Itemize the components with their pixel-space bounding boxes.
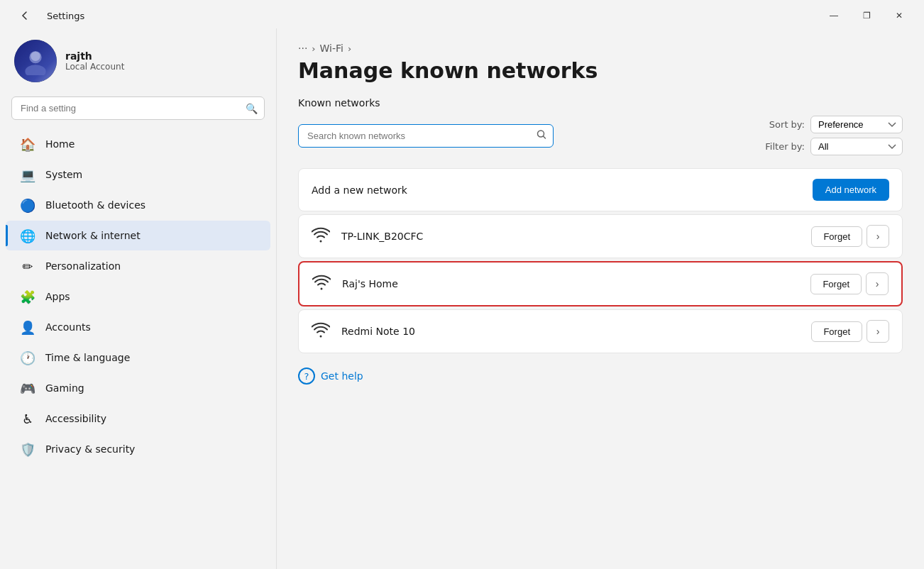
nav-icon-gaming: 🎮 [20, 380, 35, 396]
nav-label-privacy: Privacy & security [45, 443, 135, 455]
avatar-image [14, 40, 57, 82]
avatar[interactable] [14, 40, 57, 82]
get-help-icon: ? [298, 368, 315, 385]
nav-label-gaming: Gaming [45, 382, 84, 394]
chevron-button-tp-link[interactable]: › [867, 225, 889, 248]
forget-button-tp-link[interactable]: Forget [811, 226, 862, 247]
app-body: rajth Local Account 🔍 🏠 Home 💻 System 🔵 … [0, 28, 924, 569]
nav-label-network: Network & internet [45, 230, 141, 241]
titlebar: Settings — ❐ ✕ [0, 0, 924, 28]
chevron-button-redmi[interactable]: › [867, 320, 889, 343]
breadcrumb-ellipsis[interactable]: ··· [298, 43, 307, 54]
sidebar-search-box: 🔍 [11, 96, 265, 120]
svg-point-2 [31, 52, 40, 61]
window-controls: — ❐ ✕ [818, 4, 915, 27]
search-networks-box [298, 124, 554, 148]
profile-info: rajth Local Account [65, 50, 124, 72]
nav-icon-apps: 🧩 [20, 289, 35, 304]
nav-icon-personalization: ✏️ [20, 258, 35, 274]
nav-label-time: Time & language [45, 352, 130, 363]
sidebar-profile: rajth Local Account [0, 28, 276, 96]
sidebar-item-accessibility[interactable]: ♿ Accessibility [6, 404, 270, 433]
wifi-icon-redmi [312, 322, 330, 341]
nav-label-system: System [45, 169, 82, 180]
nav-icon-bluetooth: 🔵 [20, 197, 35, 213]
nav-icon-network: 🌐 [20, 228, 35, 243]
nav-icon-home: 🏠 [20, 136, 35, 152]
network-name-tp-link: TP-LINK_B20CFC [341, 231, 811, 242]
sidebar-item-system[interactable]: 💻 System [6, 160, 270, 189]
minimize-button[interactable]: — [818, 4, 850, 27]
sort-label: Sort by: [769, 119, 805, 130]
controls-row: Sort by: PreferenceNameDate Filter by: A… [298, 116, 903, 155]
back-button[interactable] [9, 4, 41, 27]
nav-icon-privacy: 🛡️ [20, 441, 35, 457]
nav-label-accessibility: Accessibility [45, 413, 106, 424]
profile-name: rajth [65, 50, 124, 62]
nav-list: 🏠 Home 💻 System 🔵 Bluetooth & devices 🌐 … [0, 128, 276, 465]
sidebar-item-privacy[interactable]: 🛡️ Privacy & security [6, 434, 270, 464]
nav-label-home: Home [45, 138, 75, 150]
wifi-icon-raj-home [312, 275, 331, 294]
network-card-tp-link: TP-LINK_B20CFC Forget › [298, 214, 903, 258]
nav-label-personalization: Personalization [45, 260, 121, 272]
sort-select[interactable]: PreferenceNameDate [810, 116, 903, 133]
maximize-button[interactable]: ❐ [850, 4, 883, 27]
search-networks-icon [537, 129, 546, 143]
sidebar-item-apps[interactable]: 🧩 Apps [6, 282, 270, 311]
wifi-icon-tp-link [312, 227, 330, 246]
sidebar-search-input[interactable] [11, 96, 265, 120]
network-card-redmi: Redmi Note 10 Forget › [298, 309, 903, 353]
filter-label: Filter by: [765, 141, 805, 152]
add-network-label: Add a new network [312, 184, 407, 196]
nav-label-apps: Apps [45, 291, 70, 302]
sort-item: Sort by: PreferenceNameDate [769, 116, 903, 133]
breadcrumb: ··· › Wi-Fi › [298, 43, 903, 54]
nav-label-accounts: Accounts [45, 321, 91, 333]
filter-item: Filter by: AllConnectedSaved [765, 138, 903, 155]
breadcrumb-sep-1: › [312, 43, 315, 54]
add-network-button[interactable]: Add network [813, 179, 889, 201]
network-actions-tp-link: Forget › [811, 225, 889, 248]
sidebar-item-time[interactable]: 🕐 Time & language [6, 343, 270, 372]
profile-account-type: Local Account [65, 62, 124, 72]
sidebar-item-gaming[interactable]: 🎮 Gaming [6, 373, 270, 403]
network-name-redmi: Redmi Note 10 [341, 326, 811, 337]
network-name-raj-home: Raj's Home [342, 278, 810, 289]
network-card-raj-home: Raj's Home Forget › [298, 261, 903, 306]
networks-list: TP-LINK_B20CFC Forget › Raj's Home Forge… [298, 214, 903, 353]
titlebar-left: Settings [9, 4, 84, 27]
sidebar-item-accounts[interactable]: 👤 Accounts [6, 312, 270, 342]
filter-select[interactable]: AllConnectedSaved [810, 138, 903, 155]
network-actions-raj-home: Forget › [810, 272, 889, 295]
page-title: Manage known networks [298, 58, 903, 83]
sidebar-item-bluetooth[interactable]: 🔵 Bluetooth & devices [6, 190, 270, 220]
breadcrumb-sep-2: › [348, 43, 351, 54]
sort-filter-row: Sort by: PreferenceNameDate Filter by: A… [765, 116, 903, 155]
search-networks-input[interactable] [298, 124, 554, 148]
forget-button-raj-home[interactable]: Forget [810, 274, 862, 294]
forget-button-redmi[interactable]: Forget [811, 321, 862, 342]
nav-icon-system: 💻 [20, 167, 35, 182]
nav-icon-time: 🕐 [20, 350, 35, 365]
nav-label-bluetooth: Bluetooth & devices [45, 199, 145, 211]
chevron-button-raj-home[interactable]: › [866, 272, 889, 295]
get-help-link[interactable]: ? Get help [298, 368, 903, 385]
network-actions-redmi: Forget › [811, 320, 889, 343]
get-help-label: Get help [321, 370, 363, 382]
sidebar-item-home[interactable]: 🏠 Home [6, 129, 270, 159]
sidebar: rajth Local Account 🔍 🏠 Home 💻 System 🔵 … [0, 28, 277, 569]
close-button[interactable]: ✕ [883, 4, 915, 27]
main-content: ··· › Wi-Fi › Manage known networks Know… [277, 28, 924, 569]
sidebar-search-icon: 🔍 [246, 103, 258, 114]
known-networks-label: Known networks [298, 97, 903, 109]
breadcrumb-wifi[interactable]: Wi-Fi [320, 43, 343, 54]
svg-point-1 [25, 65, 45, 75]
sidebar-item-network[interactable]: 🌐 Network & internet [6, 221, 270, 250]
add-network-card: Add a new network Add network [298, 168, 903, 211]
window-title: Settings [47, 11, 84, 21]
sidebar-item-personalization[interactable]: ✏️ Personalization [6, 251, 270, 281]
nav-icon-accounts: 👤 [20, 319, 35, 335]
nav-icon-accessibility: ♿ [20, 411, 35, 426]
